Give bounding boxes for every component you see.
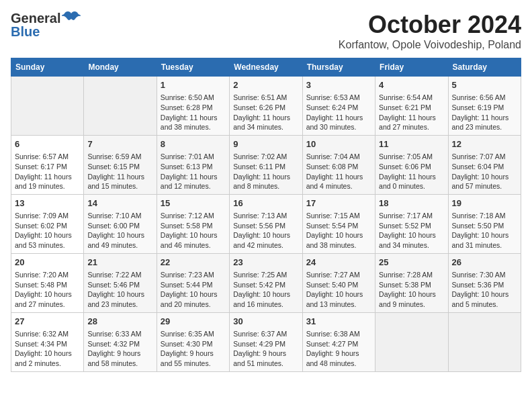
day-info: Sunrise: 7:23 AMSunset: 5:44 PMDaylight:… <box>161 270 226 310</box>
calendar-cell: 17Sunrise: 7:15 AMSunset: 5:54 PMDayligh… <box>302 194 375 253</box>
calendar-cell <box>448 312 521 371</box>
day-number: 20 <box>15 257 80 269</box>
calendar-cell: 26Sunrise: 7:30 AMSunset: 5:36 PMDayligh… <box>448 253 521 312</box>
day-info: Sunrise: 7:07 AMSunset: 6:04 PMDaylight:… <box>452 152 517 191</box>
day-number: 1 <box>161 79 226 91</box>
day-number: 24 <box>306 257 371 269</box>
location-text: Korfantow, Opole Voivodeship, Poland <box>339 39 521 51</box>
calendar-cell: 31Sunrise: 6:38 AMSunset: 4:27 PMDayligh… <box>302 312 375 371</box>
calendar-cell: 29Sunrise: 6:35 AMSunset: 4:30 PMDayligh… <box>157 312 229 371</box>
calendar-table: SundayMondayTuesdayWednesdayThursdayFrid… <box>11 58 521 372</box>
calendar-week-row: 13Sunrise: 7:09 AMSunset: 6:02 PMDayligh… <box>11 194 521 253</box>
calendar-cell: 4Sunrise: 6:54 AMSunset: 6:21 PMDaylight… <box>375 77 448 136</box>
day-info: Sunrise: 6:37 AMSunset: 4:29 PMDaylight:… <box>233 329 298 369</box>
day-info: Sunrise: 7:04 AMSunset: 6:08 PMDaylight:… <box>306 152 371 191</box>
page-header: General Blue October 2024 Korfantow, Opo… <box>11 11 521 51</box>
calendar-cell: 7Sunrise: 6:59 AMSunset: 6:15 PMDaylight… <box>84 135 157 194</box>
day-number: 29 <box>161 316 226 328</box>
day-number: 10 <box>306 138 371 150</box>
day-number: 6 <box>15 138 80 150</box>
calendar-cell: 3Sunrise: 6:53 AMSunset: 6:24 PMDaylight… <box>302 77 375 136</box>
calendar-cell: 8Sunrise: 7:01 AMSunset: 6:13 PMDaylight… <box>157 135 229 194</box>
day-info: Sunrise: 7:12 AMSunset: 5:58 PMDaylight:… <box>161 211 226 250</box>
day-number: 22 <box>161 257 226 269</box>
day-info: Sunrise: 7:27 AMSunset: 5:40 PMDaylight:… <box>306 270 371 310</box>
day-info: Sunrise: 6:54 AMSunset: 6:21 PMDaylight:… <box>379 93 444 132</box>
logo-blue-text: Blue <box>11 24 81 39</box>
day-info: Sunrise: 6:33 AMSunset: 4:32 PMDaylight:… <box>87 329 152 369</box>
day-number: 16 <box>233 197 298 210</box>
day-info: Sunrise: 7:25 AMSunset: 5:42 PMDaylight:… <box>233 270 298 310</box>
month-title: October 2024 <box>339 11 521 39</box>
calendar-cell: 1Sunrise: 6:50 AMSunset: 6:28 PMDaylight… <box>157 77 229 136</box>
day-number: 30 <box>233 316 298 328</box>
day-info: Sunrise: 7:13 AMSunset: 5:56 PMDaylight:… <box>233 211 298 250</box>
day-info: Sunrise: 6:57 AMSunset: 6:17 PMDaylight:… <box>15 152 80 191</box>
day-number: 2 <box>233 79 298 91</box>
calendar-cell: 11Sunrise: 7:05 AMSunset: 6:06 PMDayligh… <box>375 135 448 194</box>
day-number: 3 <box>306 79 371 91</box>
calendar-cell: 19Sunrise: 7:18 AMSunset: 5:50 PMDayligh… <box>448 194 521 253</box>
calendar-cell: 27Sunrise: 6:32 AMSunset: 4:34 PMDayligh… <box>11 312 84 371</box>
day-number: 12 <box>452 138 517 150</box>
header-monday: Monday <box>84 58 157 77</box>
day-number: 9 <box>233 138 298 150</box>
day-number: 7 <box>87 138 152 150</box>
day-number: 4 <box>379 79 444 91</box>
calendar-cell: 16Sunrise: 7:13 AMSunset: 5:56 PMDayligh… <box>230 194 302 253</box>
calendar-cell: 13Sunrise: 7:09 AMSunset: 6:02 PMDayligh… <box>11 194 84 253</box>
day-number: 25 <box>379 257 444 269</box>
day-info: Sunrise: 7:02 AMSunset: 6:11 PMDaylight:… <box>233 152 298 191</box>
day-info: Sunrise: 6:32 AMSunset: 4:34 PMDaylight:… <box>15 329 80 369</box>
day-number: 14 <box>87 197 152 210</box>
day-number: 26 <box>452 257 517 269</box>
calendar-cell: 9Sunrise: 7:02 AMSunset: 6:11 PMDaylight… <box>230 135 302 194</box>
day-number: 23 <box>233 257 298 269</box>
day-number: 15 <box>161 197 226 210</box>
calendar-cell <box>11 77 84 136</box>
day-info: Sunrise: 7:30 AMSunset: 5:36 PMDaylight:… <box>452 270 517 310</box>
day-info: Sunrise: 7:18 AMSunset: 5:50 PMDaylight:… <box>452 211 517 250</box>
day-info: Sunrise: 6:35 AMSunset: 4:30 PMDaylight:… <box>161 329 226 369</box>
calendar-week-row: 1Sunrise: 6:50 AMSunset: 6:28 PMDaylight… <box>11 77 521 136</box>
calendar-cell: 28Sunrise: 6:33 AMSunset: 4:32 PMDayligh… <box>84 312 157 371</box>
calendar-week-row: 6Sunrise: 6:57 AMSunset: 6:17 PMDaylight… <box>11 135 521 194</box>
day-info: Sunrise: 6:38 AMSunset: 4:27 PMDaylight:… <box>306 329 371 369</box>
calendar-cell: 6Sunrise: 6:57 AMSunset: 6:17 PMDaylight… <box>11 135 84 194</box>
calendar-cell <box>375 312 448 371</box>
day-info: Sunrise: 7:22 AMSunset: 5:46 PMDaylight:… <box>87 270 152 310</box>
logo-general-text: General <box>11 11 60 26</box>
day-info: Sunrise: 7:01 AMSunset: 6:13 PMDaylight:… <box>161 152 226 191</box>
day-number: 31 <box>306 316 371 328</box>
calendar-cell: 30Sunrise: 6:37 AMSunset: 4:29 PMDayligh… <box>230 312 302 371</box>
calendar-cell: 24Sunrise: 7:27 AMSunset: 5:40 PMDayligh… <box>302 253 375 312</box>
day-info: Sunrise: 6:50 AMSunset: 6:28 PMDaylight:… <box>161 93 226 132</box>
day-info: Sunrise: 7:15 AMSunset: 5:54 PMDaylight:… <box>306 211 371 250</box>
day-number: 13 <box>15 197 80 210</box>
day-number: 18 <box>379 197 444 210</box>
calendar-header-row: SundayMondayTuesdayWednesdayThursdayFrid… <box>11 58 521 77</box>
day-info: Sunrise: 7:28 AMSunset: 5:38 PMDaylight:… <box>379 270 444 310</box>
header-thursday: Thursday <box>302 58 375 77</box>
day-info: Sunrise: 7:10 AMSunset: 6:00 PMDaylight:… <box>87 211 152 250</box>
day-info: Sunrise: 7:20 AMSunset: 5:48 PMDaylight:… <box>15 270 80 310</box>
day-number: 27 <box>15 316 80 328</box>
day-info: Sunrise: 7:17 AMSunset: 5:52 PMDaylight:… <box>379 211 444 250</box>
header-saturday: Saturday <box>448 58 521 77</box>
calendar-cell: 21Sunrise: 7:22 AMSunset: 5:46 PMDayligh… <box>84 253 157 312</box>
calendar-cell: 20Sunrise: 7:20 AMSunset: 5:48 PMDayligh… <box>11 253 84 312</box>
day-info: Sunrise: 6:51 AMSunset: 6:26 PMDaylight:… <box>233 93 298 132</box>
calendar-cell: 25Sunrise: 7:28 AMSunset: 5:38 PMDayligh… <box>375 253 448 312</box>
calendar-week-row: 20Sunrise: 7:20 AMSunset: 5:48 PMDayligh… <box>11 253 521 312</box>
header-wednesday: Wednesday <box>230 58 302 77</box>
day-number: 21 <box>87 257 152 269</box>
day-number: 17 <box>306 197 371 210</box>
logo-bird-icon <box>62 11 81 26</box>
logo: General Blue <box>11 11 81 39</box>
calendar-cell: 10Sunrise: 7:04 AMSunset: 6:08 PMDayligh… <box>302 135 375 194</box>
day-info: Sunrise: 7:09 AMSunset: 6:02 PMDaylight:… <box>15 211 80 250</box>
calendar-week-row: 27Sunrise: 6:32 AMSunset: 4:34 PMDayligh… <box>11 312 521 371</box>
calendar-cell: 2Sunrise: 6:51 AMSunset: 6:26 PMDaylight… <box>230 77 302 136</box>
day-number: 19 <box>452 197 517 210</box>
header-tuesday: Tuesday <box>157 58 229 77</box>
